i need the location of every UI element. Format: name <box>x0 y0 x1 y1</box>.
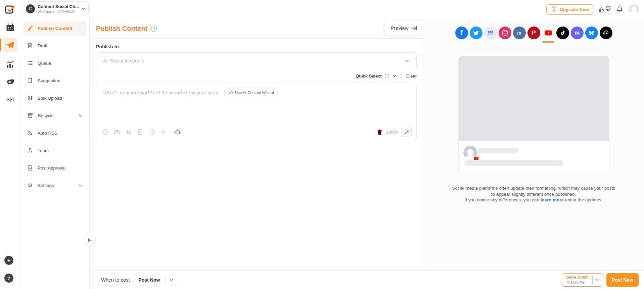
icon-rail: + ? <box>0 0 20 289</box>
planner-calendar-icon[interactable] <box>3 21 17 34</box>
sidebar-collapse-button[interactable] <box>84 234 96 246</box>
preview-toggle-button[interactable]: Preview <box>385 20 423 36</box>
layers-icon <box>27 95 33 101</box>
platform-facebook-icon[interactable]: f <box>455 27 468 39</box>
hashtag-icon[interactable] <box>125 129 132 135</box>
help-button[interactable]: ? <box>4 274 13 283</box>
sidebar-item-recycle[interactable]: Recycle <box>23 108 87 123</box>
sidebar-item-suggestion[interactable]: Suggestion <box>23 73 87 88</box>
media-waveform-icon[interactable] <box>3 93 17 106</box>
schedule-dropdown[interactable]: Post Now <box>134 274 177 286</box>
sidebar-item-post-approval[interactable]: Post Approval <box>23 160 87 175</box>
user-avatar[interactable] <box>629 4 639 15</box>
character-counter: 10000 <box>386 130 398 135</box>
sidebar-item-settings[interactable]: ⚙ Settings <box>23 178 87 193</box>
preview-panel: f G in P m @ <box>423 19 644 270</box>
post-now-button[interactable]: Post Now <box>606 273 639 287</box>
disclaimer-line-2: to appear slightly different once publis… <box>440 191 628 197</box>
trash-icon[interactable] <box>377 129 383 135</box>
quick-select-button[interactable]: Quick Select <box>356 74 382 79</box>
gear-icon: ⚙ <box>27 182 33 188</box>
plug-icon[interactable] <box>160 129 169 135</box>
sidebar-item-auto-rss[interactable]: Auto RSS <box>23 126 87 140</box>
workspace-name: Content Social Ch... <box>38 4 80 9</box>
publish-paper-plane-icon[interactable] <box>3 38 17 52</box>
sidebar-menu: Publish Content Draft Queue Suggestion <box>23 21 87 193</box>
preview-disclaimer: Social media platforms often update thei… <box>440 185 628 203</box>
platform-pinterest-icon[interactable]: P <box>527 27 540 39</box>
chevron-down-icon <box>81 6 86 11</box>
list-icon <box>27 60 33 66</box>
quick-select-row: Quick Select Clear <box>96 73 417 79</box>
topbar: Upgrade Now <box>90 0 644 19</box>
sidebar-item-team[interactable]: Team <box>23 143 87 158</box>
chevron-down-icon[interactable] <box>392 74 397 78</box>
sidebar-item-bulk-upload[interactable]: Bulk Upload <box>23 91 87 105</box>
feedback-thumbs-icon[interactable] <box>599 6 611 13</box>
sidebar-item-queue[interactable]: Queue <box>23 56 87 70</box>
main-content: Publish Content ? Preview Publish to All… <box>90 19 423 270</box>
app-window: + ? C Content Social Ch... Workspace · U… <box>0 0 644 289</box>
platform-google-business-icon[interactable]: G <box>484 27 497 39</box>
platform-bluesky-icon[interactable] <box>585 27 598 39</box>
emoji-icon[interactable] <box>102 129 108 135</box>
workspace-selector[interactable]: C Content Social Ch... Workspace · UTC+0… <box>23 1 89 16</box>
sidebar: C Content Social Ch... Workspace · UTC+0… <box>20 0 90 289</box>
add-new-button[interactable]: + <box>4 256 13 265</box>
preview-description-placeholder <box>464 160 563 166</box>
platform-youtube-icon[interactable] <box>542 27 555 39</box>
sidebar-item-label: Draft <box>38 43 83 48</box>
social-accounts-dropdown[interactable]: All Social Accounts <box>96 52 417 69</box>
camera-icon[interactable] <box>113 129 120 135</box>
person-icon <box>566 281 570 284</box>
video-thumbnail-placeholder <box>459 56 609 141</box>
schedule-value: Post Now <box>138 277 166 283</box>
title-help-icon[interactable]: ? <box>150 26 157 32</box>
platform-threads-icon[interactable]: @ <box>600 27 612 39</box>
chevron-down-icon <box>169 278 174 282</box>
platform-linkedin-icon[interactable]: in <box>513 27 526 39</box>
document-icon <box>27 43 33 49</box>
clear-button[interactable]: Clear <box>406 74 417 79</box>
platform-mastodon-icon[interactable]: m <box>571 27 584 39</box>
footer-bar: When to post Post Now Save Draft Only Me… <box>90 270 644 289</box>
save-draft-button[interactable]: Save Draft Only Me <box>562 273 603 287</box>
when-to-post-label: When to post <box>101 277 130 283</box>
info-icon[interactable] <box>384 74 389 79</box>
editor-placeholder[interactable]: What's on your mind? Let the world know … <box>103 90 220 95</box>
ai-wand-button[interactable] <box>402 127 412 137</box>
chevron-down-icon <box>595 278 600 282</box>
workspace-meta: Workspace · UTC+05:00 <box>38 10 80 13</box>
archive-icon <box>27 112 33 118</box>
sidebar-item-draft[interactable]: Draft <box>23 38 87 53</box>
app-logo-icon[interactable] <box>5 4 15 15</box>
chevron-down-icon <box>78 113 83 118</box>
analytics-icon[interactable] <box>3 58 17 71</box>
divider <box>401 73 402 79</box>
post-composer[interactable]: What's on your mind? Let the world know … <box>96 83 417 140</box>
accounts-placeholder: All Social Accounts <box>103 58 404 63</box>
pie-chart-icon[interactable] <box>149 129 155 135</box>
composer-toolbar: 10000 <box>102 127 412 137</box>
upgrade-now-button[interactable]: Upgrade Now <box>546 4 593 15</box>
ai-content-wizard-button[interactable]: Use AI Content Wizard <box>224 88 278 97</box>
main-header: Publish Content ? <box>90 19 423 39</box>
robot-icon[interactable] <box>174 128 181 136</box>
preview-label: Preview <box>390 25 408 31</box>
platform-tiktok-icon[interactable] <box>556 27 569 39</box>
platform-twitter-icon[interactable] <box>470 27 482 39</box>
file-icon[interactable] <box>137 129 144 135</box>
visibility-label: Only Me <box>571 280 585 285</box>
learn-more-link[interactable]: learn more <box>541 197 564 202</box>
user-icon <box>27 147 33 153</box>
doc-check-icon <box>27 165 33 171</box>
trophy-icon <box>551 6 557 13</box>
notifications-bell-icon[interactable] <box>616 6 623 13</box>
youtube-preview-card <box>458 56 609 175</box>
sidebar-item-publish-content[interactable]: Publish Content <box>23 21 87 36</box>
sidebar-item-label: Team <box>38 148 83 153</box>
platform-instagram-icon[interactable] <box>499 27 511 39</box>
publish-to-label: Publish to <box>96 44 417 49</box>
sidebar-item-label: Settings <box>38 183 74 188</box>
inbox-chat-icon[interactable] <box>3 76 17 89</box>
